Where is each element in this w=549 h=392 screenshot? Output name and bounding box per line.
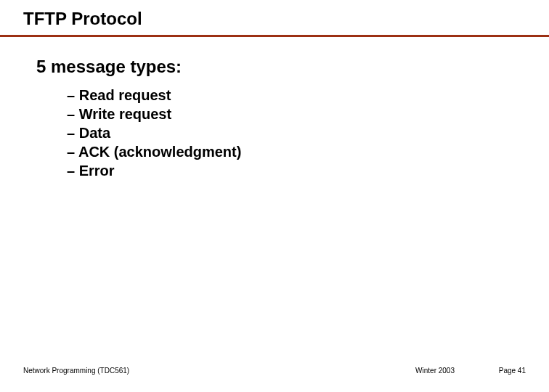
title-divider <box>0 35 549 37</box>
list-item: – Read request <box>67 86 241 105</box>
dash-icon: – <box>67 87 79 103</box>
dash-icon: – <box>67 125 79 141</box>
content-area: 5 message types: – Read request – Write … <box>36 57 241 180</box>
footer-course: Network Programming (TDC561) <box>23 367 129 375</box>
dash-icon: – <box>67 163 79 179</box>
list-item: – Data <box>67 123 241 142</box>
dash-icon: – <box>67 106 79 122</box>
list-item: – Error <box>67 161 241 180</box>
list-item-label: Write request <box>79 106 171 122</box>
list-item-label: ACK (acknowledgment) <box>78 144 241 160</box>
list-item-label: Data <box>79 125 110 141</box>
content-heading: 5 message types: <box>36 57 241 77</box>
footer-page: Page 41 <box>499 367 526 375</box>
message-type-list: – Read request – Write request – Data – … <box>67 86 241 180</box>
list-item: – ACK (acknowledgment) <box>67 142 241 161</box>
list-item-label: Error <box>79 163 115 179</box>
footer-term: Winter 2003 <box>415 367 455 375</box>
dash-icon: – <box>67 144 78 160</box>
list-item: – Write request <box>67 105 241 123</box>
slide: TFTP Protocol 5 message types: – Read re… <box>0 0 549 392</box>
slide-title: TFTP Protocol <box>23 9 142 29</box>
list-item-label: Read request <box>79 87 171 103</box>
